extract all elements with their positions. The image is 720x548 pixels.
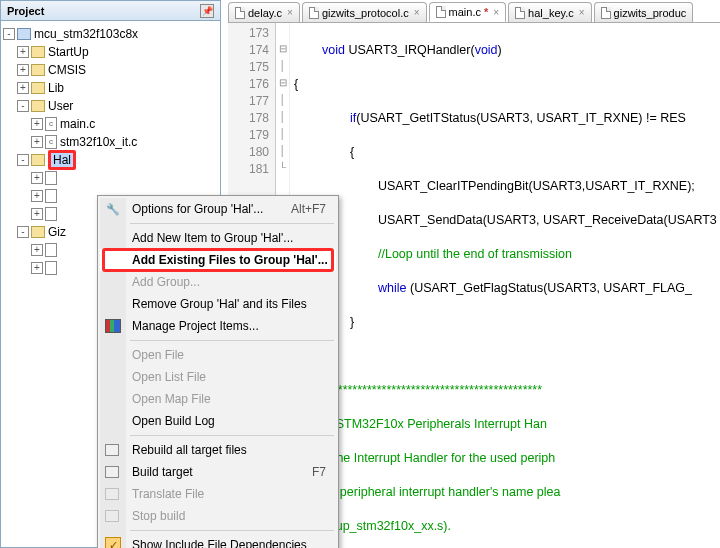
- separator: [130, 530, 334, 531]
- tree-label: User: [48, 99, 73, 113]
- collapse-icon[interactable]: -: [17, 100, 29, 112]
- ctx-stop-build: Stop build: [100, 505, 336, 527]
- tree-group-startup[interactable]: + StartUp: [3, 43, 218, 61]
- line-number: 175: [228, 59, 269, 76]
- ctx-label: Add New Item to Group 'Hal'...: [132, 231, 293, 245]
- line-number: 181: [228, 161, 269, 178]
- close-icon[interactable]: ×: [493, 7, 499, 18]
- code-token: void: [475, 43, 498, 57]
- ctx-open-build-log[interactable]: Open Build Log: [100, 410, 336, 432]
- collapse-icon[interactable]: -: [3, 28, 15, 40]
- tab-label: gizwits_protocol.c: [322, 7, 409, 19]
- tree-root[interactable]: - mcu_stm32f103c8x: [3, 25, 218, 43]
- ctx-manage-project-items[interactable]: Manage Project Items...: [100, 315, 336, 337]
- tree-label-selected: Hal: [48, 150, 76, 170]
- file-icon: [436, 6, 446, 18]
- ctx-remove-group[interactable]: Remove Group 'Hal' and its Files: [100, 293, 336, 315]
- code-token: }: [350, 315, 354, 329]
- tree-label: Giz: [48, 225, 66, 239]
- check-icon: ✓: [105, 537, 121, 548]
- editor-tabs: delay.c× gizwits_protocol.c× main.c*× ha…: [228, 0, 695, 22]
- tree-file-main[interactable]: + c main.c: [3, 115, 218, 133]
- tree-group-lib[interactable]: + Lib: [3, 79, 218, 97]
- folder-icon: [31, 82, 45, 94]
- expand-icon[interactable]: +: [17, 46, 29, 58]
- c-file-icon: [45, 189, 57, 203]
- ctx-options-for-group[interactable]: 🔧 Options for Group 'Hal'... Alt+F7: [100, 198, 336, 220]
- tree-group-hal[interactable]: - Hal: [3, 151, 218, 169]
- ctx-show-include-deps[interactable]: ✓ Show Include File Dependencies: [100, 534, 336, 548]
- file-icon: [309, 7, 319, 19]
- c-file-icon: c: [45, 117, 57, 131]
- folder-icon: [31, 154, 45, 166]
- code-token: ): [498, 43, 502, 57]
- ctx-shortcut: F7: [312, 465, 326, 479]
- build-icon: [105, 466, 119, 478]
- tab-main[interactable]: main.c*×: [429, 2, 507, 22]
- tab-delay[interactable]: delay.c×: [228, 2, 300, 22]
- tab-label: delay.c: [248, 7, 282, 19]
- expand-icon[interactable]: +: [31, 208, 43, 220]
- expand-icon[interactable]: +: [31, 262, 43, 274]
- ctx-label: Remove Group 'Hal' and its Files: [132, 297, 307, 311]
- translate-icon: [105, 488, 119, 500]
- tab-gizwits-product[interactable]: gizwits_produc: [594, 2, 694, 22]
- dirty-marker: *: [484, 6, 488, 18]
- expand-icon[interactable]: +: [31, 190, 43, 202]
- ctx-label: Translate File: [132, 487, 204, 501]
- ctx-label: Open List File: [132, 370, 206, 384]
- close-icon[interactable]: ×: [414, 7, 420, 18]
- ctx-label: Show Include File Dependencies: [132, 538, 307, 548]
- collapse-icon[interactable]: -: [17, 226, 29, 238]
- ctx-add-existing-files[interactable]: Add Existing Files to Group 'Hal'...: [100, 249, 336, 271]
- expand-icon[interactable]: +: [31, 136, 43, 148]
- tree-group-cmsis[interactable]: + CMSIS: [3, 61, 218, 79]
- ctx-label: Stop build: [132, 509, 185, 523]
- rebuild-icon: [105, 444, 119, 456]
- tab-label: main.c: [449, 6, 481, 18]
- tab-label: hal_key.c: [528, 7, 574, 19]
- line-number: 178: [228, 110, 269, 127]
- file-icon: [515, 7, 525, 19]
- code-area[interactable]: void USART3_IRQHandler(void) { if(USART_…: [290, 23, 720, 548]
- line-number: 179: [228, 127, 269, 144]
- expand-icon[interactable]: +: [31, 244, 43, 256]
- tree-file-stm32it[interactable]: + c stm32f10x_it.c: [3, 133, 218, 151]
- ctx-add-group: Add Group...: [100, 271, 336, 293]
- collapse-icon[interactable]: -: [17, 154, 29, 166]
- tree-group-user[interactable]: - User: [3, 97, 218, 115]
- separator: [130, 223, 334, 224]
- ctx-label: Open Build Log: [132, 414, 215, 428]
- separator: [130, 435, 334, 436]
- tree-label: mcu_stm32f103c8x: [34, 27, 138, 41]
- code-token: {: [350, 145, 354, 159]
- wrench-icon: 🔧: [105, 201, 121, 217]
- books-icon: [105, 318, 121, 334]
- pushpin-icon[interactable]: 📌: [200, 4, 214, 18]
- tree-label: StartUp: [48, 45, 89, 59]
- code-token: void: [322, 43, 345, 57]
- ctx-label: Add Group...: [132, 275, 200, 289]
- ctx-label: Open File: [132, 348, 184, 362]
- separator: [130, 340, 334, 341]
- expand-icon[interactable]: +: [17, 82, 29, 94]
- folder-icon: [31, 226, 45, 238]
- expand-icon[interactable]: +: [31, 172, 43, 184]
- c-file-icon: [45, 243, 57, 257]
- tab-gizwits-protocol[interactable]: gizwits_protocol.c×: [302, 2, 427, 22]
- expand-icon[interactable]: +: [17, 64, 29, 76]
- tree-label: stm32f10x_it.c: [60, 135, 137, 149]
- tree-file-hidden[interactable]: +: [3, 169, 218, 187]
- close-icon[interactable]: ×: [287, 7, 293, 18]
- close-icon[interactable]: ×: [579, 7, 585, 18]
- ctx-add-new-item[interactable]: Add New Item to Group 'Hal'...: [100, 227, 336, 249]
- ctx-rebuild-all[interactable]: Rebuild all target files: [100, 439, 336, 461]
- project-panel-title: Project: [7, 5, 44, 17]
- project-panel-title-bar: Project 📌: [1, 1, 220, 21]
- expand-icon[interactable]: +: [31, 118, 43, 130]
- ctx-label: Open Map File: [132, 392, 211, 406]
- tab-hal-key[interactable]: hal_key.c×: [508, 2, 592, 22]
- ctx-build-target[interactable]: Build target F7: [100, 461, 336, 483]
- context-menu: 🔧 Options for Group 'Hal'... Alt+F7 Add …: [97, 195, 339, 548]
- c-file-icon: [45, 207, 57, 221]
